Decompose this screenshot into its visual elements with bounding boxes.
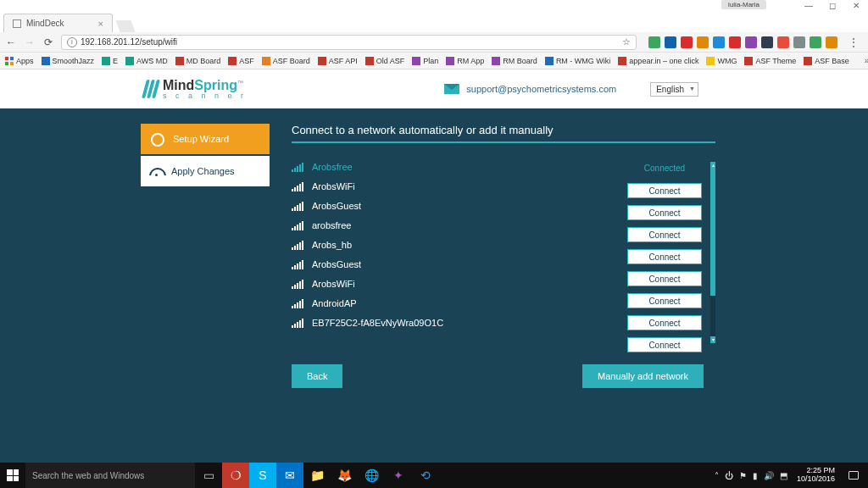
bookmark-item[interactable]: RM Board: [492, 57, 537, 65]
bookmark-apps[interactable]: Apps: [5, 57, 34, 65]
favicon-icon: [262, 57, 270, 65]
extension-icon[interactable]: [729, 36, 741, 48]
extension-icon[interactable]: [826, 36, 837, 48]
bookmark-item[interactable]: Plan: [412, 57, 438, 65]
manually-add-network-button[interactable]: Manually add network: [582, 364, 704, 388]
tab-close-icon[interactable]: ×: [97, 19, 103, 29]
tray-icon[interactable]: ⏻: [725, 471, 733, 480]
bookmark-item[interactable]: ASF Theme: [744, 57, 796, 65]
network-row[interactable]: arobsfree: [292, 220, 619, 230]
bookmarks-overflow-button[interactable]: »: [865, 56, 868, 65]
support-email-link[interactable]: support@psychometricsystems.com: [444, 84, 616, 94]
nav-back-button[interactable]: ←: [5, 36, 17, 48]
extension-icon[interactable]: [648, 36, 660, 48]
bookmark-item[interactable]: RM App: [446, 57, 484, 65]
nav-forward-button[interactable]: →: [24, 36, 36, 48]
task-view-button[interactable]: ▭: [195, 463, 222, 488]
tray-icon[interactable]: ⬒: [780, 471, 787, 480]
sidebar-item-label: Apply Changes: [171, 166, 235, 176]
tray-network-icon[interactable]: ▮: [753, 471, 758, 480]
extension-icon[interactable]: [793, 36, 805, 48]
extension-icon[interactable]: [681, 36, 693, 48]
network-row[interactable]: ArobsWiFi: [292, 279, 619, 289]
extension-icon[interactable]: [665, 36, 676, 48]
scroll-thumb[interactable]: [710, 169, 715, 296]
system-tray: ˄ ⏻ ⚑ ▮ 🔊 ⬒ 2:25 PM 10/10/2016: [715, 463, 868, 488]
scroll-up-icon[interactable]: ▴: [710, 162, 715, 169]
sidebar: Setup Wizard Apply Changes: [141, 124, 270, 463]
window-maximize-button[interactable]: ◻: [821, 0, 844, 12]
site-info-icon[interactable]: i: [67, 37, 77, 47]
wizard-footer: Back Manually add network: [292, 364, 715, 388]
network-row[interactable]: EB7F25C2-fA8EvNyWra09O1C: [292, 318, 619, 328]
favicon-icon: [318, 57, 326, 65]
taskbar-search-input[interactable]: Search the web and Windows: [25, 463, 195, 488]
taskbar-app-icon[interactable]: ✦: [385, 463, 412, 488]
bookmark-item[interactable]: ASF API: [318, 57, 358, 65]
new-tab-button[interactable]: [115, 20, 135, 32]
bookmark-item[interactable]: ASF Board: [262, 57, 310, 65]
connect-button[interactable]: Connect: [627, 293, 702, 308]
back-button[interactable]: Back: [292, 364, 342, 388]
taskbar-app-icon[interactable]: 🌐: [358, 463, 385, 488]
sidebar-item-setup-wizard[interactable]: Setup Wizard: [141, 124, 270, 154]
taskbar-app-icon[interactable]: ⟲: [412, 463, 439, 488]
network-row[interactable]: ArobsGuest: [292, 259, 619, 269]
bookmark-item[interactable]: SmoothJazz: [42, 57, 95, 65]
network-row[interactable]: ArobsWiFi: [292, 181, 619, 191]
app-header: MindSpring™ s c a n n e r support@psycho…: [0, 69, 868, 108]
connect-button[interactable]: Connect: [627, 183, 702, 198]
favicon-icon: [365, 57, 374, 65]
browser-tab[interactable]: MindDeck ×: [3, 14, 113, 32]
tray-chevron-up-icon[interactable]: ˄: [715, 471, 719, 480]
bookmark-item[interactable]: RM - WMG Wiki: [545, 57, 610, 65]
taskbar-app-icon[interactable]: 🦊: [331, 463, 358, 488]
start-button[interactable]: [0, 463, 25, 488]
language-select[interactable]: English: [650, 82, 698, 97]
connect-button[interactable]: Connect: [627, 205, 702, 220]
taskbar-app-icon[interactable]: S: [249, 463, 276, 488]
connect-button[interactable]: Connect: [627, 249, 702, 264]
connect-button[interactable]: Connect: [627, 315, 702, 330]
extension-icon[interactable]: [761, 36, 773, 48]
app-logo[interactable]: MindSpring™ s c a n n e r: [144, 79, 247, 100]
network-scrollbar[interactable]: ▴ ▾: [710, 162, 715, 343]
extension-icon[interactable]: [745, 36, 757, 48]
taskbar-app-icon[interactable]: ❍: [222, 463, 249, 488]
logo-waves-icon: [144, 80, 158, 98]
connect-button[interactable]: Connect: [627, 271, 702, 286]
bookmark-item[interactable]: WMG: [706, 57, 737, 65]
browser-menu-button[interactable]: ⋮: [844, 36, 863, 49]
address-bar[interactable]: i 192.168.201.12/setup/wifi ☆: [61, 35, 637, 50]
taskbar-app-icon[interactable]: 📁: [303, 463, 331, 488]
taskbar-app-icon[interactable]: ✉: [276, 463, 303, 488]
window-minimize-button[interactable]: —: [797, 0, 821, 12]
taskbar-clock[interactable]: 2:25 PM 10/10/2016: [793, 467, 838, 484]
window-close-button[interactable]: ✕: [844, 0, 868, 12]
scroll-down-icon[interactable]: ▾: [710, 336, 715, 343]
bookmark-item[interactable]: AWS MD: [125, 57, 168, 65]
extension-icon[interactable]: [713, 36, 725, 48]
action-center-button[interactable]: [844, 463, 863, 488]
network-row[interactable]: ArobsGuest: [292, 201, 619, 211]
connect-button[interactable]: Connect: [627, 227, 702, 242]
connect-button[interactable]: Connect: [627, 337, 702, 352]
bookmark-item[interactable]: E: [102, 57, 118, 65]
network-row[interactable]: AndroidAP: [292, 298, 619, 308]
extension-icon[interactable]: [810, 36, 821, 48]
extension-icon[interactable]: [777, 36, 789, 48]
network-row[interactable]: Arobs_hb: [292, 240, 619, 250]
extension-icon[interactable]: [697, 36, 709, 48]
bookmark-item[interactable]: MD Board: [175, 57, 221, 65]
tray-volume-icon[interactable]: 🔊: [764, 471, 774, 480]
bookmark-item[interactable]: ASF Base: [804, 57, 849, 65]
bookmark-item[interactable]: appear.in – one click: [618, 57, 698, 65]
bookmark-item[interactable]: Old ASF: [365, 57, 405, 65]
bookmark-star-icon[interactable]: ☆: [622, 36, 631, 47]
bookmark-item[interactable]: ASF: [228, 57, 254, 65]
tray-icon[interactable]: ⚑: [739, 471, 747, 480]
network-row[interactable]: Arobsfree: [292, 162, 619, 172]
sidebar-item-apply-changes[interactable]: Apply Changes: [141, 156, 270, 186]
main-area: Setup Wizard Apply Changes Connect to a …: [0, 108, 868, 463]
nav-reload-button[interactable]: ⟳: [42, 36, 54, 48]
